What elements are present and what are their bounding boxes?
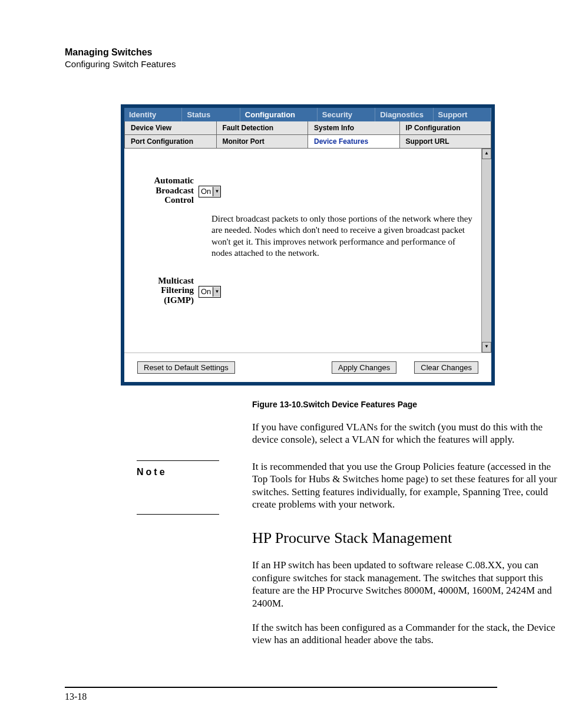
reset-button[interactable]: Reset to Default Settings [137, 361, 235, 374]
abc-description: Direct broadcast packets to only those p… [141, 213, 475, 259]
subnav-row-1: Device View Fault Detection System Info … [124, 121, 491, 135]
note-rule-bottom [137, 514, 219, 515]
form-button-row: Reset to Default Settings Apply Changes … [124, 353, 491, 382]
nav-tab-identity[interactable]: Identity [124, 108, 182, 121]
section-heading: HP Procurve Stack Management [252, 529, 561, 547]
subtab-monitor-port[interactable]: Monitor Port [217, 135, 309, 149]
nav-tab-bar: Identity Status Configuration Security D… [124, 108, 491, 121]
field-label-abc: Automatic Broadcast Control [141, 176, 199, 205]
clear-button[interactable]: Clear Changes [414, 361, 478, 374]
subtab-device-features[interactable]: Device Features [308, 135, 400, 149]
note-label: Note [137, 467, 219, 477]
page-header-title: Managing Switches [65, 47, 497, 58]
subtab-fault-detection[interactable]: Fault Detection [217, 121, 309, 135]
body-paragraph-3: If the switch has been configured as a C… [252, 621, 561, 647]
nav-tab-security[interactable]: Security [318, 108, 375, 121]
subtab-port-configuration[interactable]: Port Configuration [124, 135, 217, 149]
page-header-subtitle: Configuring Switch Features [65, 59, 497, 69]
nav-tab-status[interactable]: Status [182, 108, 240, 121]
switch-device-features-screenshot: Identity Status Configuration Security D… [121, 104, 495, 386]
igmp-select[interactable]: On ▼ [199, 286, 221, 298]
field-automatic-broadcast-control: Automatic Broadcast Control On ▼ [141, 176, 475, 205]
apply-button[interactable]: Apply Changes [332, 361, 396, 374]
chevron-down-icon: ▼ [213, 287, 220, 297]
vertical-scrollbar[interactable]: ▲ ▼ [481, 149, 491, 353]
body-paragraph-2: If an HP switch has been updated to soft… [252, 559, 561, 610]
body-paragraph-1: If you have configured VLANs for the swi… [252, 421, 561, 446]
subtab-support-url[interactable]: Support URL [400, 135, 492, 149]
subtab-device-view[interactable]: Device View [124, 121, 217, 135]
field-label-igmp: Multicast Filtering (IGMP) [141, 276, 199, 305]
form-scroll-area: ▲ ▼ Automatic Broadcast Control On ▼ Dir… [124, 149, 491, 353]
figure-caption: Figure 13-10.Switch Device Features Page [252, 400, 497, 409]
scroll-up-icon[interactable]: ▲ [482, 149, 491, 159]
chevron-down-icon: ▼ [213, 187, 220, 196]
subtab-system-info[interactable]: System Info [308, 121, 400, 135]
note-block: Note It is recommended that you use the … [65, 460, 497, 511]
abc-select[interactable]: On ▼ [199, 186, 221, 197]
nav-tab-support[interactable]: Support [434, 108, 491, 121]
abc-select-value: On [199, 186, 213, 197]
igmp-select-value: On [199, 286, 213, 297]
page-number: 13-18 [65, 691, 87, 702]
nav-tab-diagnostics[interactable]: Diagnostics [375, 108, 433, 121]
scroll-down-icon[interactable]: ▼ [482, 342, 491, 353]
subnav-row-2: Port Configuration Monitor Port Device F… [124, 135, 491, 149]
field-multicast-filtering: Multicast Filtering (IGMP) On ▼ [141, 276, 475, 305]
note-text: It is recommended that you use the Group… [252, 460, 561, 511]
nav-tab-configuration[interactable]: Configuration [240, 108, 318, 121]
subtab-ip-configuration[interactable]: IP Configuration [400, 121, 492, 135]
footer-rule [65, 687, 497, 688]
note-rule-top [137, 460, 219, 461]
